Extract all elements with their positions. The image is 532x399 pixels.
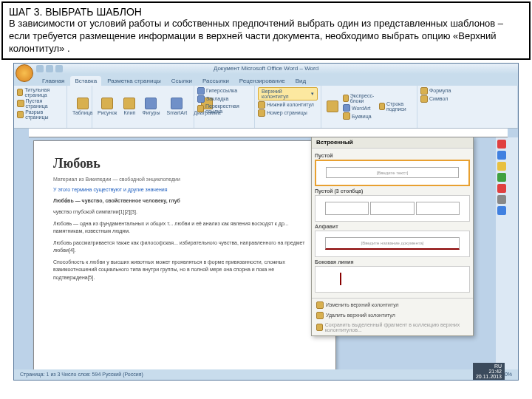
shapes-button[interactable]: Фигуры — [140, 87, 162, 126]
picture-button[interactable]: Рисунок — [95, 87, 119, 126]
sb-icon[interactable] — [497, 184, 506, 193]
footer-button[interactable]: Нижний колонтитул — [258, 101, 318, 109]
bookmark-button[interactable]: Закладка — [197, 95, 251, 103]
table-button[interactable]: Таблица — [70, 87, 95, 126]
textbox-button[interactable] — [324, 87, 341, 126]
tab-view[interactable]: Вид — [291, 76, 310, 86]
ruler[interactable] — [29, 129, 508, 137]
signature-button[interactable]: Строка подписи — [379, 101, 414, 112]
page-number-button[interactable]: Номер страницы — [258, 109, 318, 117]
clip-button[interactable]: Клип — [121, 87, 137, 126]
gallery-item-3col[interactable] — [315, 195, 470, 222]
sb-icon[interactable] — [497, 173, 506, 182]
quickparts-button[interactable]: Экспресс-блоки — [343, 93, 377, 103]
status-left: Страница: 1 из 3 Число слов: 594 Русский… — [20, 372, 143, 377]
equation-button[interactable]: Формула — [420, 87, 514, 95]
wordart-button[interactable]: WordArt — [343, 104, 377, 112]
doc-heading: Любовь — [53, 156, 316, 171]
document-area: Любовь Материал из Википедии — свободной… — [14, 137, 518, 369]
tab-mail[interactable]: Рассылки — [198, 76, 233, 86]
crossref-button[interactable]: Перекрестная ссылка — [197, 103, 251, 114]
tab-review[interactable]: Рецензирование — [235, 76, 290, 86]
doc-p1: Любо́вь — чувство, свойственное человеку… — [53, 197, 316, 205]
instruction-box: ШАГ 3. ВЫБРАТЬ ШАБЛОН В зависимости от у… — [1, 1, 531, 60]
doc-meta: Материал из Википедии — свободной энцикл… — [53, 176, 316, 184]
dropcap-button[interactable]: Буквица — [343, 112, 377, 120]
system-tray: RU 21:42 20.11.2013 — [473, 363, 505, 380]
header-gallery: Встроенный Пустой [Введите текст] Пустой… — [311, 137, 474, 336]
word-window: Документ Microsoft Office Word – Word Гл… — [13, 63, 519, 381]
blank-page-button[interactable]: Пустая страница — [17, 98, 64, 109]
sb-icon[interactable] — [497, 151, 506, 160]
doc-p2: Любовь — одна из фундаментальных и общих… — [53, 220, 316, 236]
gallery-title: Встроенный — [312, 137, 473, 149]
symbol-button[interactable]: Символ — [420, 95, 514, 103]
gallery-item-sideline[interactable] — [315, 266, 470, 293]
statusbar: Страница: 1 из 3 Число слов: 594 Русский… — [14, 369, 518, 380]
clock-time: 21:42 — [488, 369, 502, 374]
hyperlink-button[interactable]: Гиперссылка — [197, 87, 251, 95]
doc-p1b: чувство глубокой симпатии[1][2][3]. — [53, 208, 316, 216]
lang-indicator[interactable]: RU — [494, 364, 502, 369]
doc-p4: Способность к любви у высших животных мо… — [53, 259, 316, 282]
doc-p3: Любовь рассматривается также как философ… — [53, 239, 316, 255]
tab-insert[interactable]: Вставка — [70, 76, 101, 86]
instruction-body: В зависимости от условий работы и собств… — [9, 18, 523, 55]
ribbon: Титульная страница Пустая страница Разры… — [14, 86, 518, 129]
header-button[interactable]: Верхний колонтитул ▾ — [258, 87, 318, 100]
office-button[interactable] — [16, 64, 33, 82]
cover-page-button[interactable]: Титульная страница — [17, 87, 64, 98]
save-header-menu[interactable]: Сохранить выделенный фрагмент в коллекци… — [313, 321, 471, 334]
sb-icon[interactable] — [497, 206, 506, 215]
edit-header-menu[interactable]: Изменить верхний колонтитул — [313, 300, 471, 310]
clock-date: 20.11.2013 — [476, 374, 502, 379]
quick-access-toolbar[interactable] — [36, 65, 63, 72]
titlebar: Документ Microsoft Office Word – Word — [14, 64, 518, 74]
instruction-title: ШАГ 3. ВЫБРАТЬ ШАБЛОН — [9, 6, 523, 18]
page-break-button[interactable]: Разрыв страницы — [17, 109, 64, 120]
tab-home[interactable]: Главная — [38, 76, 69, 86]
sb-icon[interactable] — [497, 195, 506, 204]
sb-icon[interactable] — [497, 162, 506, 171]
page[interactable]: Любовь Материал из Википедии — свободной… — [33, 140, 336, 369]
sb-icon[interactable] — [497, 140, 506, 149]
tab-layout[interactable]: Разметка страницы — [103, 76, 166, 86]
tab-refs[interactable]: Ссылки — [167, 76, 197, 86]
vertical-scrollbar[interactable] — [508, 137, 518, 369]
gallery-item-alphabet[interactable]: [Введите название документа] — [315, 231, 470, 257]
ribbon-tabs: Главная Вставка Разметка страницы Ссылки… — [14, 74, 518, 86]
disambig-link[interactable]: У этого термина существуют и другие знач… — [53, 187, 167, 192]
smartart-button[interactable]: SmartArt — [165, 87, 190, 126]
gallery-item-empty[interactable]: [Введите текст] — [315, 160, 470, 186]
browser-sidebar — [496, 137, 508, 369]
remove-header-menu[interactable]: Удалить верхний колонтитул — [313, 310, 471, 321]
